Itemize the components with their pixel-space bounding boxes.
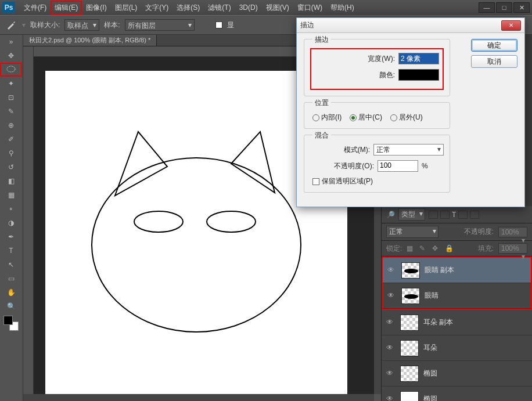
move-tool[interactable]: ✥	[0, 49, 22, 63]
menu-file[interactable]: 文件(F)	[20, 1, 51, 15]
eyedropper-tool-icon[interactable]	[5, 19, 17, 31]
close-button[interactable]: ✕	[513, 2, 530, 13]
brush-tool[interactable]: ✐	[0, 132, 22, 146]
width-label: 宽度(W):	[368, 54, 395, 64]
lock-all-icon[interactable]: 🔒	[445, 244, 453, 252]
stamp-tool[interactable]: ⚲	[0, 146, 22, 160]
ok-button[interactable]: 确定	[471, 39, 517, 52]
layer-name: 耳朵 副本	[423, 317, 453, 327]
visibility-icon[interactable]: 👁	[386, 369, 396, 378]
opacity-select[interactable]: 100%	[498, 227, 527, 237]
layer-item[interactable]: 👁 耳朵	[382, 335, 532, 361]
stroke-legend: 描边	[312, 35, 331, 45]
path-select-tool[interactable]: ↖	[0, 258, 22, 272]
menu-help[interactable]: 帮助(H)	[326, 1, 358, 15]
layer-item[interactable]: 👁 眼睛	[383, 283, 531, 309]
color-swatch[interactable]	[398, 69, 439, 81]
filter-shape-icon[interactable]	[458, 211, 468, 219]
lock-transparent-icon[interactable]: ▦	[407, 244, 415, 252]
layer-item[interactable]: 👁 椭圆	[382, 386, 532, 401]
show-label: 显	[227, 20, 234, 30]
layer-thumbnail[interactable]	[401, 262, 420, 279]
filter-smart-icon[interactable]	[470, 211, 479, 219]
filter-type-icon[interactable]: T	[452, 211, 456, 219]
width-input[interactable]: 2 像素	[398, 53, 439, 64]
menu-image[interactable]: 图像(I)	[82, 1, 110, 15]
color-swatches[interactable]	[3, 316, 19, 331]
quick-select-tool[interactable]: ✦	[0, 77, 22, 91]
pos-inside-radio[interactable]: 内部(I)	[312, 113, 342, 122]
ps-logo: Ps	[2, 2, 15, 13]
history-brush-tool[interactable]: ↺	[0, 160, 22, 174]
crop-tool[interactable]: ⊡	[0, 91, 22, 104]
sample-size-select[interactable]: 取样点	[64, 19, 99, 31]
pen-tool[interactable]: ✒	[0, 230, 22, 244]
gradient-tool[interactable]: ▦	[0, 188, 22, 202]
visibility-icon[interactable]: 👁	[386, 318, 396, 327]
cancel-button[interactable]: 取消	[471, 55, 517, 68]
scrollbar-horizontal[interactable]	[23, 394, 374, 401]
dialog-title: 描边	[300, 20, 314, 30]
menu-window[interactable]: 窗口(W)	[293, 1, 326, 15]
visibility-icon[interactable]: 👁	[386, 344, 396, 353]
menu-layer[interactable]: 图层(L)	[111, 1, 142, 15]
pos-outside-radio[interactable]: 居外(U)	[390, 113, 423, 122]
menu-type[interactable]: 文字(Y)	[141, 1, 172, 15]
type-tool[interactable]: T	[0, 244, 22, 258]
layer-thumbnail[interactable]	[400, 391, 419, 402]
menu-select[interactable]: 选择(S)	[172, 1, 204, 15]
hand-tool[interactable]: ✋	[0, 286, 22, 299]
mode-select[interactable]: 正常	[373, 144, 444, 156]
show-checkbox[interactable]	[215, 21, 222, 28]
layer-item[interactable]: 👁 眼睛 副本	[383, 258, 531, 283]
minimize-button[interactable]: —	[479, 2, 495, 13]
maximize-button[interactable]: □	[496, 2, 512, 13]
filter-pixel-icon[interactable]	[429, 211, 438, 219]
layer-name: 眼睛 副本	[425, 265, 454, 275]
sample-label: 样本:	[104, 20, 120, 30]
opacity-label: 不透明度:	[464, 227, 494, 237]
blur-tool[interactable]: ∘	[0, 202, 22, 216]
blend-mode-select[interactable]: 正常	[386, 226, 438, 238]
filter-adjust-icon[interactable]	[440, 211, 450, 219]
layer-thumbnail[interactable]	[400, 366, 419, 382]
svg-point-1	[92, 158, 301, 332]
fill-label: 填充:	[478, 244, 494, 254]
opacity-suffix: %	[422, 162, 428, 170]
menu-filter[interactable]: 滤镜(T)	[204, 1, 235, 15]
menu-view[interactable]: 视图(V)	[262, 1, 293, 15]
mode-label: 模式(M):	[328, 145, 370, 155]
lock-paint-icon[interactable]: ✎	[419, 244, 427, 252]
pos-center-radio[interactable]: 居中(C)	[350, 113, 382, 122]
dodge-tool[interactable]: ◑	[0, 216, 22, 230]
lasso-tool[interactable]	[0, 63, 22, 77]
layer-thumbnail[interactable]	[400, 315, 419, 331]
menu-edit[interactable]: 编辑(E)	[51, 1, 82, 15]
ruler-vertical	[23, 46, 34, 394]
tools-panel: » ✥ ✦ ⊡ ✎ ⊕ ✐ ⚲ ↺ ◧ ▦ ∘ ◑ ✒ T ↖ ▭ ✋ 🔍	[0, 35, 23, 401]
fill-select[interactable]: 100%	[498, 243, 527, 254]
dialog-close-button[interactable]: ✕	[501, 20, 521, 31]
layer-filter-type[interactable]: 类型	[398, 208, 425, 221]
layer-item[interactable]: 👁 椭圆	[382, 361, 532, 386]
opacity-input[interactable]: 100	[378, 160, 418, 172]
document-tab[interactable]: 秋田犬2.psd @ 100% (眼睛 副本, RGB/8) *	[23, 35, 157, 46]
expand-icon[interactable]: »	[0, 35, 22, 49]
layer-thumbnail[interactable]	[400, 340, 419, 356]
search-icon[interactable]: 🔎	[386, 211, 395, 219]
visibility-icon[interactable]: 👁	[387, 266, 397, 275]
layer-thumbnail[interactable]	[401, 288, 420, 304]
zoom-tool[interactable]: 🔍	[0, 299, 22, 313]
visibility-icon[interactable]: 👁	[387, 291, 397, 301]
eyedropper-tool[interactable]: ✎	[0, 104, 22, 118]
healing-tool[interactable]: ⊕	[0, 118, 22, 132]
eraser-tool[interactable]: ◧	[0, 174, 22, 188]
visibility-icon[interactable]: 👁	[386, 395, 396, 402]
preserve-transparency-checkbox[interactable]: 保留透明区域(P)	[312, 177, 373, 185]
sample-select[interactable]: 所有图层	[125, 19, 195, 31]
svg-point-4	[134, 211, 183, 232]
lock-move-icon[interactable]: ✥	[432, 244, 440, 252]
layer-item[interactable]: 👁 耳朵 副本	[382, 310, 532, 335]
shape-tool[interactable]: ▭	[0, 272, 22, 286]
menu-3d[interactable]: 3D(D)	[235, 1, 262, 14]
